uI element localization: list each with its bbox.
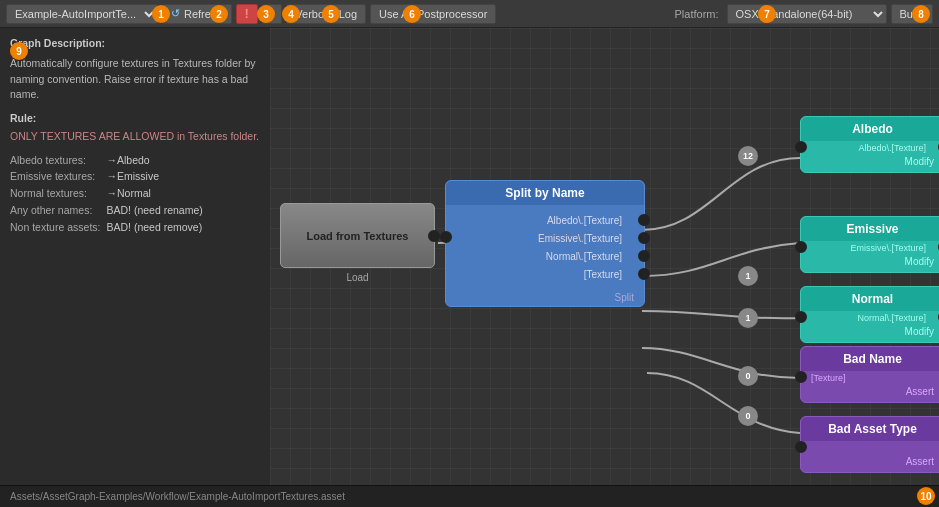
edge-badge-split-emissive: 1 — [738, 266, 758, 286]
node-split-title: Split by Name — [446, 181, 644, 205]
node-bad-asset-port-area — [801, 441, 939, 453]
verbose-log-button[interactable]: Verbose Log — [286, 4, 366, 24]
node-load-output-port[interactable] — [428, 230, 440, 242]
table-row: Any other names:BAD! (need rename) — [10, 203, 209, 220]
warn-button[interactable]: ! — [236, 4, 258, 24]
build-button[interactable]: Build — [891, 4, 933, 24]
node-split-port-emissive-label: Emissive\.[Texture] — [538, 233, 622, 244]
texture-table: Albedo textures:→AlbedoEmissive textures… — [10, 153, 209, 237]
platform-label: Platform: — [675, 8, 719, 20]
table-row: Non texture assets:BAD! (need remove) — [10, 220, 209, 237]
table-row: Normal textures:→Normal — [10, 186, 209, 203]
postprocessor-button[interactable]: Use As Postprocessor — [370, 4, 496, 24]
table-cell-label: Normal textures: — [10, 186, 106, 203]
node-split-footer: Split — [446, 289, 644, 306]
table-cell-label: Any other names: — [10, 203, 106, 220]
edge-badge-split-normal: 1 — [738, 308, 758, 328]
node-bad-name[interactable]: Bad Name [Texture] Assert — [800, 346, 939, 403]
node-emissive-input-port[interactable] — [795, 241, 807, 253]
node-albedo-input-port[interactable] — [795, 141, 807, 153]
node-load-footer: Load — [346, 272, 368, 283]
annotation-10: 10 — [917, 487, 935, 505]
rule-text: ONLY TEXTURES ARE ALLOWED in Textures fo… — [10, 129, 260, 145]
node-emissive-title: Emissive — [801, 217, 939, 241]
edge-badge-split-albedo: 12 — [738, 146, 758, 166]
node-split-port-albedo-label: Albedo\.[Texture] — [547, 215, 622, 226]
edge-badge-split-badasset: 0 — [738, 406, 758, 426]
node-split-by-name[interactable]: Split by Name Albedo\.[Texture] Emissive… — [445, 180, 645, 307]
node-load-from-textures[interactable]: Load from Textures Load — [280, 203, 435, 268]
info-button[interactable]: i — [262, 4, 282, 24]
rule-title: Rule: — [10, 111, 260, 127]
table-cell-label: Non texture assets: — [10, 220, 106, 237]
table-cell-label: Albedo textures: — [10, 153, 106, 170]
refresh-icon: ↺ — [171, 7, 180, 20]
node-albedo-footer: Modify — [801, 153, 939, 172]
node-split-port-normal: Normal\.[Texture] — [446, 247, 644, 265]
node-albedo-title: Albedo — [801, 117, 939, 141]
table-cell-value: →Albedo — [106, 153, 208, 170]
table-cell-label: Emissive textures: — [10, 169, 106, 186]
topbar: Example-AutoImportTe... 1 ↺ Refresh 2 ! … — [0, 0, 939, 28]
refresh-button[interactable]: ↺ Refresh — [162, 4, 232, 24]
table-row: Albedo textures:→Albedo — [10, 153, 209, 170]
node-normal-footer: Modify — [801, 323, 939, 342]
build-label: Build — [900, 8, 924, 20]
node-bad-asset-type[interactable]: Bad Asset Type Assert — [800, 416, 939, 473]
node-normal[interactable]: Normal Normal\.[Texture] Modify — [800, 286, 939, 343]
postprocessor-label: Use As Postprocessor — [379, 8, 487, 20]
node-load-title: Load from Textures — [307, 230, 409, 242]
node-bad-name-input-port[interactable] — [795, 371, 807, 383]
node-bad-asset-input-port[interactable] — [795, 441, 807, 453]
node-bad-name-title: Bad Name — [801, 347, 939, 371]
table-cell-value: →Normal — [106, 186, 208, 203]
node-emissive-port-label: Emissive\.[Texture] — [801, 241, 939, 253]
graph-description-text: Automatically configure textures in Text… — [10, 56, 260, 103]
node-split-port-emissive: Emissive\.[Texture] — [446, 229, 644, 247]
node-split-out-emissive[interactable] — [638, 232, 650, 244]
info-icon: i — [271, 8, 273, 20]
node-albedo-port-label: Albedo\.[Texture] — [801, 141, 939, 153]
node-albedo[interactable]: Albedo Albedo\.[Texture] Modify — [800, 116, 939, 173]
node-split-out-normal[interactable] — [638, 250, 650, 262]
node-normal-port-label: Normal\.[Texture] — [801, 311, 939, 323]
project-select[interactable]: Example-AutoImportTe... — [6, 4, 158, 24]
node-emissive-footer: Modify — [801, 253, 939, 272]
node-normal-title: Normal — [801, 287, 939, 311]
table-cell-value: BAD! (need rename) — [106, 203, 208, 220]
table-cell-value: →Emissive — [106, 169, 208, 186]
main-area: 9 Graph Description: Automatically confi… — [0, 28, 939, 485]
node-bad-name-footer: Assert — [801, 383, 939, 402]
graph-description-title: Graph Description: — [10, 36, 260, 52]
graph-canvas[interactable]: 14 12 1 1 0 0 Load from Textures Load Sp… — [270, 28, 939, 485]
node-bad-name-port-label: [Texture] — [801, 371, 939, 383]
platform-select[interactable]: OSX Standalone(64-bit) — [727, 4, 887, 24]
node-split-port-normal-label: Normal\.[Texture] — [546, 251, 622, 262]
description-panel: 9 Graph Description: Automatically confi… — [0, 28, 270, 485]
node-split-port-texture: [Texture] — [446, 265, 644, 283]
node-emissive[interactable]: Emissive Emissive\.[Texture] Modify — [800, 216, 939, 273]
refresh-label: Refresh — [184, 8, 223, 20]
node-split-port-texture-label: [Texture] — [584, 269, 622, 280]
table-cell-value: BAD! (need remove) — [106, 220, 208, 237]
node-split-input-port[interactable] — [440, 231, 452, 243]
node-bad-asset-footer: Assert — [801, 453, 939, 472]
edge-badge-split-badname: 0 — [738, 366, 758, 386]
warn-icon: ! — [245, 6, 249, 21]
status-path: Assets/AssetGraph-Examples/Workflow/Exam… — [10, 491, 345, 502]
node-split-port-albedo: Albedo\.[Texture] — [446, 211, 644, 229]
node-split-out-texture[interactable] — [638, 268, 650, 280]
statusbar: Assets/AssetGraph-Examples/Workflow/Exam… — [0, 485, 939, 507]
node-bad-asset-title: Bad Asset Type — [801, 417, 939, 441]
verbose-log-label: Verbose Log — [295, 8, 357, 20]
node-split-out-albedo[interactable] — [638, 214, 650, 226]
node-normal-input-port[interactable] — [795, 311, 807, 323]
table-row: Emissive textures:→Emissive — [10, 169, 209, 186]
node-split-ports: Albedo\.[Texture] Emissive\.[Texture] No… — [446, 205, 644, 289]
